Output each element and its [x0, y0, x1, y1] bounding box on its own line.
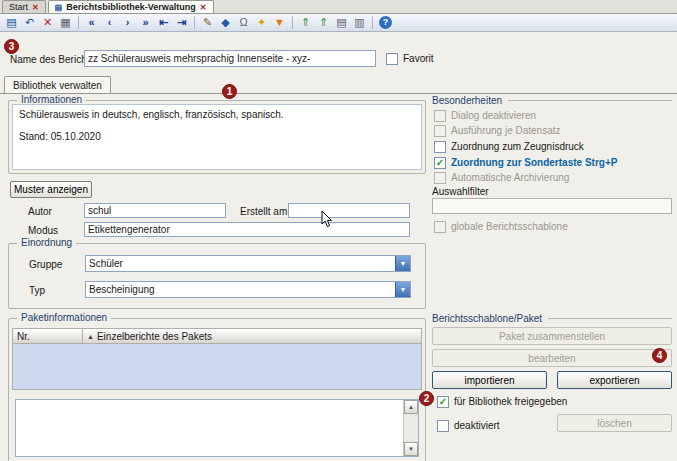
description-line-1: Schülerausweis in deutsch, englisch, fra… [19, 109, 415, 120]
typ-dropdown-value: Bescheinigung [89, 284, 155, 295]
option-ausfuehrung-je-datensatz: Ausführung je Datensatz [434, 124, 561, 137]
besonderheiten-section-header: Besonderheiten [432, 95, 672, 106]
zuordnung-zeugnisdruck-checkbox[interactable] [434, 141, 446, 153]
option-automatische-archivierung: Automatische Archivierung [434, 171, 569, 184]
tab-start[interactable]: Start ✕ [2, 0, 46, 13]
toolbar-separator [78, 16, 79, 29]
automatische-archivierung-label: Automatische Archivierung [451, 172, 569, 183]
delete-icon[interactable]: ✕ [39, 15, 56, 30]
gruppe-dropdown[interactable]: Schüler ▼ [85, 255, 411, 272]
autor-input[interactable]: schul [84, 203, 226, 218]
gruppe-label: Gruppe [29, 259, 62, 270]
report-name-label: Name des Berichts [10, 54, 94, 65]
tab-bibliothek-verwalten[interactable]: Bibliothek verwalten [4, 76, 111, 94]
favorit-option[interactable]: Favorit [386, 52, 434, 65]
callout-badge-3: 3 [4, 39, 19, 54]
filter-icon[interactable]: ▼ [271, 15, 288, 30]
berichtsschablone-title: Berichtsschablone/Paket [432, 313, 542, 324]
print-icon[interactable]: ▦ [57, 15, 74, 30]
exportieren-button[interactable]: exportieren [557, 371, 672, 389]
package-icon[interactable]: ▥ [351, 15, 368, 30]
column-header-einzelberichte[interactable]: ▲ Einzelberichte des Pakets [83, 329, 421, 343]
deaktiviert-label: deaktiviert [454, 420, 500, 431]
dialog-deaktivieren-checkbox [434, 110, 446, 122]
nav-first-icon[interactable]: « [83, 15, 100, 30]
nav-last-icon[interactable]: » [137, 15, 154, 30]
import-icon[interactable]: ⇑ [297, 15, 314, 30]
edit-icon[interactable]: ✎ [199, 15, 216, 30]
importieren-button[interactable]: importieren [432, 371, 547, 389]
automatische-archivierung-checkbox [434, 172, 446, 184]
bell-icon[interactable]: Ω [235, 15, 252, 30]
bearbeiten-button[interactable]: bearbeiten [432, 349, 672, 367]
save-icon[interactable]: ▤ [3, 15, 20, 30]
main-toolbar: ▤ ↶ ✕ ▦ « ‹ › » ⇤ ⇥ ✎ ◆ Ω ✦ ▼ ⇑ ⇑ ▤ ▥ ? [0, 14, 677, 32]
fuer-bibliothek-freigegeben-label: für Bibliothek freigegeben [454, 396, 567, 407]
lock-icon[interactable]: ◆ [217, 15, 234, 30]
nav-prev-marked-icon[interactable]: ⇤ [155, 15, 172, 30]
einordnung-group: Einordnung Gruppe Schüler ▼ Typ Beschein… [8, 243, 426, 309]
option-fuer-bibliothek-freigegeben[interactable]: ✓ für Bibliothek freigegeben [437, 395, 567, 408]
erstellt-am-label: Erstellt am [240, 206, 287, 217]
column-header-einzelberichte-label: Einzelberichte des Pakets [97, 331, 212, 342]
muster-anzeigen-button[interactable]: Muster anzeigen [10, 181, 92, 198]
column-header-nr[interactable]: Nr. [13, 329, 83, 343]
help-icon[interactable]: ? [379, 16, 392, 29]
ausfuehrung-je-datensatz-label: Ausführung je Datensatz [451, 125, 561, 136]
modus-input[interactable]: Etikettengenerator [84, 222, 410, 237]
option-zuordnung-sondertaste[interactable]: ✓ Zuordnung zur Sondertaste Strg+P [434, 156, 617, 169]
paket-table-body[interactable] [12, 344, 422, 390]
toolbar-separator [372, 16, 373, 29]
tab-start-label: Start [9, 2, 28, 12]
tab-berichtsbibliothek-label: Berichtsbibliothek-Verwaltung [66, 2, 196, 12]
paketinformationen-group-title: Paketinformationen [17, 312, 111, 323]
panel-divider [0, 93, 677, 94]
report-icon[interactable]: ▤ [333, 15, 350, 30]
callout-badge-1: 1 [222, 84, 237, 99]
berichtsbibliothek-window: Start ✕ ▤ Berichtsbibliothek-Verwaltung … [0, 0, 677, 461]
report-description-memo[interactable]: Schülerausweis in deutsch, englisch, fra… [12, 104, 422, 170]
undo-icon[interactable]: ↶ [21, 15, 38, 30]
shield-icon[interactable]: ✦ [253, 15, 270, 30]
scroll-down-icon[interactable]: ▼ [404, 442, 418, 456]
erstellt-am-input[interactable] [288, 203, 410, 218]
close-icon[interactable]: ✕ [200, 3, 207, 12]
typ-label: Typ [29, 285, 45, 296]
autor-label: Autor [28, 206, 52, 217]
deaktiviert-checkbox[interactable] [437, 420, 449, 432]
option-deaktiviert[interactable]: deaktiviert [437, 419, 500, 432]
option-zuordnung-zeugnisdruck[interactable]: Zuordnung zum Zeugnisdruck [434, 140, 584, 153]
paket-zusammenstellen-button[interactable]: Paket zusammenstellen [432, 327, 672, 345]
nav-next-marked-icon[interactable]: ⇥ [173, 15, 190, 30]
paketinformationen-group: Paketinformationen Nr. ▲ Einzelberichte … [8, 318, 426, 461]
favorit-label: Favorit [403, 53, 434, 64]
tab-berichtsbibliothek[interactable]: ▤ Berichtsbibliothek-Verwaltung ✕ [48, 0, 214, 13]
vertical-scrollbar[interactable]: ▲ ▼ [403, 400, 418, 456]
report-tab-icon: ▤ [55, 3, 63, 12]
nav-next-icon[interactable]: › [119, 15, 136, 30]
description-line-2: Stand: 05.10.2020 [19, 131, 415, 142]
upload-icon[interactable]: ⇑ [315, 15, 332, 30]
callout-badge-2: 2 [419, 391, 434, 406]
chevron-down-icon[interactable]: ▼ [395, 256, 410, 271]
nav-prev-icon[interactable]: ‹ [101, 15, 118, 30]
ausfuehrung-je-datensatz-checkbox [434, 125, 446, 137]
report-name-input[interactable]: zz Schülerausweis mehrsprachig Innenseit… [84, 50, 376, 67]
fuer-bibliothek-freigegeben-checkbox[interactable]: ✓ [437, 396, 449, 408]
sort-asc-icon: ▲ [87, 333, 94, 340]
paket-table-header: Nr. ▲ Einzelberichte des Pakets [12, 328, 422, 344]
paket-listbox[interactable]: ▲ ▼ [15, 399, 419, 457]
tab-bibliothek-verwalten-label: Bibliothek verwalten [13, 80, 102, 91]
scroll-up-icon[interactable]: ▲ [404, 400, 418, 414]
zuordnung-sondertaste-checkbox[interactable]: ✓ [434, 157, 446, 169]
informationen-group: Informationen Schülerausweis in deutsch,… [8, 100, 426, 174]
loeschen-button[interactable]: löschen [557, 414, 672, 432]
section-rule [548, 318, 672, 319]
section-rule [508, 100, 672, 101]
zuordnung-sondertaste-label: Zuordnung zur Sondertaste Strg+P [451, 157, 617, 168]
typ-dropdown[interactable]: Bescheinigung ▼ [85, 281, 411, 298]
favorit-checkbox[interactable] [386, 53, 398, 65]
chevron-down-icon[interactable]: ▼ [395, 282, 410, 297]
close-icon[interactable]: ✕ [32, 3, 39, 12]
auswahlfilter-input[interactable] [432, 198, 672, 214]
